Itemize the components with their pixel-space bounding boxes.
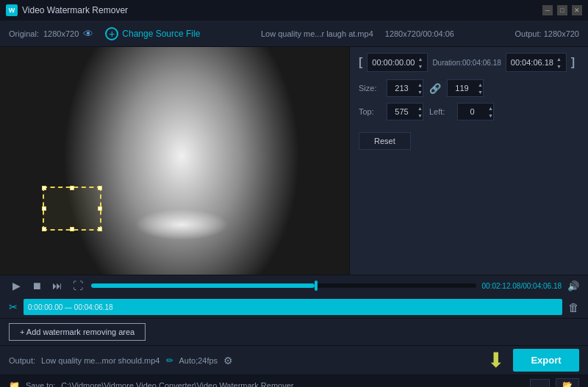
progress-fill — [91, 283, 315, 288]
height-input[interactable]: 119 ▲ ▼ — [447, 79, 484, 97]
minimize-button[interactable]: ─ — [542, 5, 553, 15]
save-label: Save to: — [26, 381, 55, 388]
more-button[interactable]: ... — [530, 379, 550, 388]
window-controls: ─ □ ✕ — [542, 5, 582, 15]
left-spinner[interactable]: ▲ ▼ — [488, 104, 493, 119]
handle-top-right[interactable] — [98, 186, 102, 190]
fullscreen-button[interactable]: ⛶ — [71, 278, 85, 293]
video-preview — [0, 47, 349, 275]
end-time-value: 00:04:06.18 — [511, 58, 553, 67]
handle-top-left[interactable] — [42, 186, 46, 190]
start-time-input[interactable]: 00:00:00.00 ▲ ▼ — [367, 53, 428, 72]
clip-time-range: 0:00:00.00 — 00:04:06.18 — [28, 303, 113, 311]
width-value: 213 — [387, 84, 416, 93]
height-down[interactable]: ▼ — [478, 88, 483, 95]
handle-middle-right[interactable] — [98, 206, 102, 211]
clip-range[interactable]: 0:00:00.00 — 00:04:06.18 — [24, 299, 562, 315]
width-spinner[interactable]: ▲ ▼ — [417, 81, 423, 95]
output-label: Output: — [515, 29, 542, 38]
bottom-bar: + Add watermark removing area — [0, 318, 588, 345]
top-label: Top: — [359, 107, 381, 116]
top-up[interactable]: ▲ — [417, 104, 423, 112]
duration-label: Duration:00:04:06.18 — [432, 59, 501, 67]
file-duration: 1280x720/00:04:06 — [385, 29, 454, 38]
end-time-spinner[interactable]: ▲ ▼ — [556, 55, 562, 70]
file-info: Low quality me...r laugh at.mp4 1280x720… — [261, 29, 454, 38]
width-up[interactable]: ▲ — [417, 81, 423, 88]
play-button[interactable]: ▶ — [9, 278, 24, 293]
maximize-button[interactable]: □ — [557, 5, 567, 15]
start-time-value: 00:00:00.00 — [372, 58, 415, 67]
title-left: W Video Watermark Remover — [6, 4, 128, 16]
size-label: Size: — [359, 84, 381, 93]
left-input[interactable]: 0 ▲ ▼ — [457, 103, 494, 120]
left-label: Left: — [429, 107, 451, 116]
next-frame-button[interactable]: ⏭ — [50, 278, 65, 293]
end-time-up[interactable]: ▲ — [556, 55, 562, 62]
save-path: C:\Vidmore\Vidmore Video Converter\Video… — [61, 381, 523, 388]
width-down[interactable]: ▼ — [417, 88, 423, 95]
clip-end: — 00:04:06.18 — [65, 303, 113, 311]
toolbar: Original: 1280x720 👁 + Change Source Fil… — [0, 21, 588, 47]
file-name: Low quality me...r laugh at.mp4 — [261, 29, 373, 38]
handle-middle-left[interactable] — [42, 206, 46, 211]
start-time-up[interactable]: ▲ — [417, 55, 423, 62]
edit-icon[interactable]: ✏ — [166, 355, 173, 366]
progress-track[interactable] — [91, 283, 476, 288]
title-bar: W Video Watermark Remover ─ □ ✕ — [0, 0, 588, 21]
time-range-row: [ 00:00:00.00 ▲ ▼ Duration:00:04:06.18 0… — [359, 53, 579, 72]
change-source-label: Change Source File — [122, 29, 200, 39]
folder-icon: 📁 — [9, 380, 20, 388]
output-file: Low quality me...mor should.mp4 — [41, 356, 159, 365]
trash-icon[interactable]: 🗑 — [568, 301, 579, 314]
left-value: 0 — [458, 107, 487, 116]
top-spinner[interactable]: ▲ ▼ — [417, 104, 423, 119]
left-up[interactable]: ▲ — [488, 104, 493, 112]
reset-button[interactable]: Reset — [359, 132, 411, 150]
progress-thumb — [315, 281, 318, 291]
output-info: Output: 1280x720 — [515, 29, 579, 38]
total-time: 00:04:06.18 — [523, 282, 562, 290]
height-spinner[interactable]: ▲ ▼ — [478, 81, 483, 95]
close-button[interactable]: ✕ — [572, 5, 582, 15]
height-up[interactable]: ▲ — [478, 81, 483, 88]
time-display: 00:02:12.08/00:04:06.18 — [482, 282, 562, 290]
end-time-down[interactable]: ▼ — [556, 62, 562, 70]
original-label: Original: — [9, 29, 39, 38]
export-area: Output: Low quality me...mor should.mp4 … — [0, 345, 588, 375]
end-time-input[interactable]: 00:04:06.18 ▲ ▼ — [506, 53, 567, 72]
start-time-spinner[interactable]: ▲ ▼ — [417, 55, 423, 70]
link-icon[interactable]: 🔗 — [429, 83, 441, 94]
scissors-icon: ✂ — [9, 301, 18, 313]
original-size: 1280x720 — [43, 29, 79, 38]
export-button[interactable]: Export — [513, 349, 579, 372]
output-label: Output: — [9, 356, 35, 365]
app-icon: W — [6, 4, 18, 16]
clip-bar: ✂ 0:00:00.00 — 00:04:06.18 🗑 — [0, 296, 588, 318]
output-row: Output: Low quality me...mor should.mp4 … — [9, 355, 233, 366]
top-down[interactable]: ▼ — [417, 112, 423, 119]
bracket-left: [ — [359, 56, 362, 69]
handle-bottom-left[interactable] — [42, 227, 46, 231]
eye-icon[interactable]: 👁 — [83, 28, 93, 40]
left-down[interactable]: ▼ — [488, 112, 493, 119]
handle-bottom-right[interactable] — [98, 227, 102, 231]
clip-start: 0:00:00.00 — [28, 303, 62, 311]
open-folder-button[interactable]: 📂 — [556, 378, 579, 387]
volume-icon[interactable]: 🔊 — [567, 281, 579, 292]
change-source-button[interactable]: + Change Source File — [105, 27, 200, 40]
timeline-area: ▶ ⏹ ⏭ ⛶ 00:02:12.08/00:04:06.18 🔊 ✂ 0:00… — [0, 275, 588, 318]
width-input[interactable]: 213 ▲ ▼ — [387, 79, 423, 97]
handle-top-middle[interactable] — [70, 186, 74, 190]
add-watermark-area-button[interactable]: + Add watermark removing area — [9, 323, 146, 341]
stop-button[interactable]: ⏹ — [29, 278, 44, 293]
start-time-down[interactable]: ▼ — [417, 62, 423, 70]
top-input[interactable]: 575 ▲ ▼ — [387, 103, 423, 120]
bracket-right: ] — [571, 56, 575, 69]
video-canvas — [0, 47, 349, 275]
size-row: Size: 213 ▲ ▼ 🔗 119 ▲ ▼ — [359, 79, 579, 97]
watermark-selection-box[interactable] — [43, 187, 101, 231]
gear-icon[interactable]: ⚙ — [223, 355, 233, 366]
player-controls: ▶ ⏹ ⏭ ⛶ 00:02:12.08/00:04:06.18 🔊 — [0, 275, 588, 296]
handle-bottom-middle[interactable] — [70, 227, 74, 231]
